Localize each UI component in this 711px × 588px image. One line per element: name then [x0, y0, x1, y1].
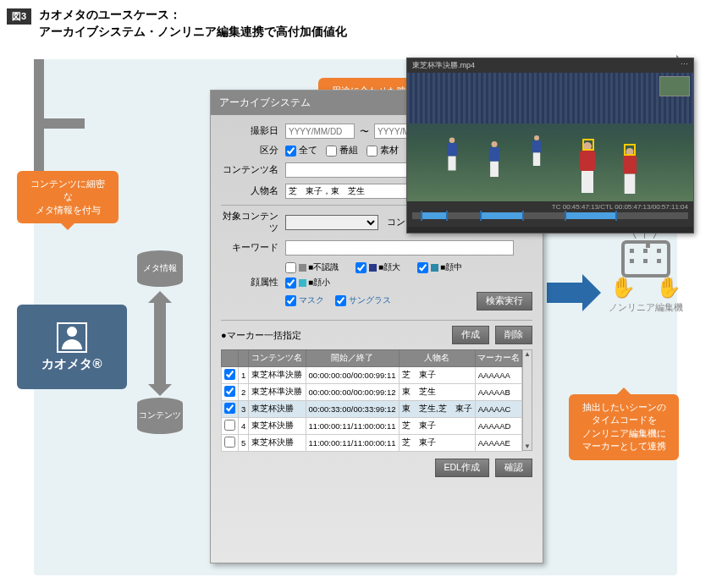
delete-button[interactable]: 削除	[495, 326, 532, 344]
table-row[interactable]: 1東芝杯準決勝00:00:00:00/00:00:99:11芝 東子AAAAAA	[222, 367, 522, 384]
confirm-button[interactable]: 確認	[495, 459, 532, 477]
row-checkbox[interactable]	[224, 386, 235, 397]
kaometa-box: カオメタ®	[17, 305, 127, 389]
face-detect-box	[582, 139, 594, 151]
table-header: コンテンツ名	[249, 350, 306, 367]
create-button[interactable]: 作成	[452, 326, 489, 344]
arrow-bidir-icon	[154, 303, 166, 384]
figure-label: 図3	[7, 8, 31, 25]
face-scan-icon	[57, 322, 87, 353]
face-detect-box	[624, 144, 636, 156]
edl-create-button[interactable]: EDL作成	[435, 459, 489, 477]
date-separator: 〜	[360, 125, 369, 138]
chk-face-unknown[interactable]: ■不認識	[285, 261, 339, 273]
db-contents-icon: コンテンツ	[137, 398, 183, 435]
nle-screen-icon	[621, 240, 670, 278]
nle-block: ╲ | ╱ ✋ ✋ ノンリニア編集機	[608, 240, 684, 314]
chk-mask[interactable]: マスク	[285, 294, 324, 306]
arrow-to-nle-icon	[547, 283, 582, 303]
video-timeline[interactable]	[412, 212, 688, 219]
row-checkbox[interactable]	[224, 437, 235, 448]
label-content-name: コンテンツ名	[221, 164, 285, 176]
video-menu-icon[interactable]: ⋯	[681, 60, 688, 71]
chk-cat-all[interactable]: 全て	[285, 145, 317, 157]
video-pip-thumb[interactable]	[659, 76, 690, 96]
table-header: マーカー名	[475, 350, 521, 367]
row-checkbox[interactable]	[224, 403, 235, 414]
row-checkbox[interactable]	[224, 420, 235, 431]
callout-meta: コンテンツに細密なメタ情報を付与	[17, 171, 118, 223]
arrow-icon	[34, 59, 44, 118]
row-checkbox[interactable]	[224, 369, 235, 380]
arrow-icon	[34, 129, 44, 171]
table-row[interactable]: 4東芝杯決勝11:00:00:11/11:00:00:11芝 東子AAAAAD	[222, 418, 522, 435]
chk-face-small[interactable]: ■顔小	[285, 277, 330, 289]
label-face-attr: 顔属性	[221, 261, 285, 289]
marker-table: コンテンツ名開始／終了人物名マーカー名 1東芝杯準決勝00:00:00:00/0…	[221, 349, 522, 452]
chk-face-large[interactable]: ■顔大	[356, 261, 400, 273]
hands-icon: ✋ ✋	[608, 278, 684, 298]
video-timecode: TC 00:45:47:13/CTL 00:05:47:13/00:57:11:…	[412, 203, 688, 211]
callout-marker: 抽出したいシーンのタイムコードをノンリニア編集機にマーカーとして連携	[569, 394, 679, 460]
marker-batch-label: ●マーカー一括指定	[221, 329, 301, 342]
table-header	[222, 350, 239, 367]
keyword-input[interactable]	[285, 240, 514, 256]
chk-face-mid[interactable]: ■顔中	[417, 261, 462, 273]
target-content-select[interactable]	[285, 215, 378, 230]
search-button[interactable]: 検索実行	[477, 292, 532, 310]
diagram-canvas: コンテンツに細密なメタ情報を付与 用途に合わせた映像を効率的に抽出 抽出したいシ…	[34, 59, 677, 575]
label-shoot-date: 撮影日	[221, 125, 285, 137]
arrow-icon	[34, 118, 85, 129]
label-category: 区分	[221, 145, 285, 157]
video-player-panel: 東芝杯準決勝.mp4 ⋯ TC 00:45:47:13/CTL 00:05:47…	[406, 58, 694, 234]
table-row[interactable]: 5東芝杯決勝11:00:00:11/11:00:00:11芝 東子AAAAAE	[222, 435, 522, 452]
figure-title: カオメタのユースケース： アーカイブシステム・ノンリニア編集連携で高付加価値化	[39, 7, 347, 40]
chk-cat-material[interactable]: 素材	[367, 145, 399, 157]
table-row[interactable]: 3東芝杯決勝00:00:33:00/00:33:99:12東 芝生,芝 東子AA…	[222, 401, 522, 418]
label-person-name: 人物名	[221, 185, 285, 197]
label-keyword: キーワード	[221, 242, 285, 254]
table-header: 人物名	[399, 350, 475, 367]
video-frame[interactable]	[407, 73, 693, 201]
chk-cat-program[interactable]: 番組	[326, 145, 358, 157]
date-from-input[interactable]	[285, 124, 355, 139]
chk-sunglass[interactable]: サングラス	[335, 294, 391, 306]
table-scrollbar[interactable]	[522, 349, 532, 451]
table-header	[239, 350, 249, 367]
video-filename: 東芝杯準決勝.mp4	[412, 60, 475, 71]
db-meta-icon: メタ情報	[137, 250, 183, 288]
table-header: 開始／終了	[306, 350, 399, 367]
table-row[interactable]: 2東芝杯準決勝00:00:00:00/00:00:99:12東 芝生AAAAAB	[222, 384, 522, 401]
label-target-content: 対象コンテンツ	[221, 211, 285, 234]
